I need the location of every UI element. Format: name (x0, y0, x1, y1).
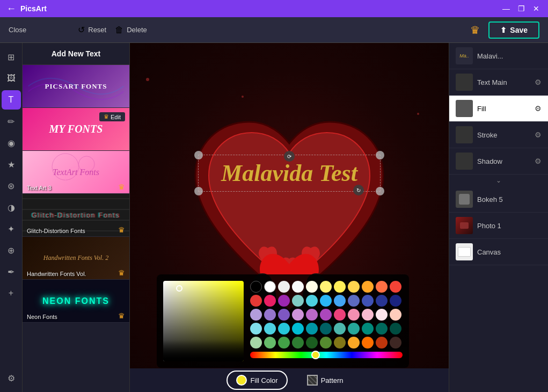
swatch-red2[interactable] (250, 295, 262, 307)
swatch-dolive[interactable] (334, 337, 346, 349)
swatch-peach[interactable] (390, 309, 401, 321)
canvas-area[interactable]: ⟳ ↻ Malavida Test (130, 43, 449, 392)
sidebar-item-eraser[interactable]: ◉ (2, 133, 21, 153)
crown-icon[interactable]: ♛ (470, 24, 480, 37)
minimize-button[interactable]: — (501, 4, 512, 13)
font-item-textart[interactable]: TextArt Fonts Text Art 3 ♛ (23, 151, 129, 194)
swatch-cyan4[interactable] (292, 323, 304, 335)
swatch-teal[interactable] (292, 295, 304, 307)
layer-expand-button[interactable]: ⌄ (449, 175, 548, 186)
layer-item-bokeh5[interactable]: Bokeh 5 (449, 186, 548, 213)
layer-item-shadow[interactable]: Shadow ⚙ (449, 148, 548, 175)
swatch-red[interactable] (390, 281, 401, 293)
swatch-lblue[interactable] (320, 295, 332, 307)
swatch-brown[interactable] (390, 337, 401, 349)
swatch-mteal[interactable] (348, 323, 360, 335)
swatch-purple[interactable] (278, 295, 290, 307)
swatch-white2[interactable] (292, 281, 304, 293)
edit-myfonts-button[interactable]: ♛ Edit (99, 112, 125, 121)
font-item-picsart[interactable]: PICSART FONTS (23, 65, 129, 108)
swatch-indigo2[interactable] (362, 295, 374, 307)
swatch-mpurple[interactable] (264, 309, 276, 321)
swatch-cream[interactable] (306, 281, 318, 293)
layer-item-stroke[interactable]: Stroke ⚙ (449, 122, 548, 148)
swatch-green[interactable] (362, 323, 374, 335)
fill-color-button[interactable]: Fill Color (226, 371, 287, 390)
layer-item-fill[interactable]: Fill ⚙ (449, 96, 548, 122)
layer-item-malavi[interactable]: Ma.. Malavi... (449, 43, 548, 69)
save-button[interactable]: ⬆ Save (488, 21, 539, 39)
rotate-handle[interactable]: ↻ (353, 185, 364, 195)
swatch-cyan2[interactable] (264, 323, 276, 335)
handle-br[interactable] (376, 187, 384, 195)
swatch-orange[interactable] (362, 281, 374, 293)
swatch-lgreen[interactable] (250, 337, 262, 349)
swatch-pink[interactable] (264, 295, 276, 307)
swatch-blush[interactable] (362, 309, 374, 321)
swatch-green2[interactable] (278, 337, 290, 349)
swatch-dblue2[interactable] (390, 295, 401, 307)
swatch-cyan3[interactable] (278, 323, 290, 335)
swatch-lgray[interactable] (278, 281, 290, 293)
hue-thumb[interactable] (311, 351, 320, 359)
swatch-dteal[interactable] (306, 323, 318, 335)
sidebar-item-sticker[interactable]: ★ (2, 155, 21, 174)
swatch-lyellow[interactable] (320, 281, 332, 293)
sidebar-item-magic[interactable]: ✦ (2, 219, 21, 238)
back-icon[interactable]: ← (6, 3, 16, 14)
sidebar-item-text[interactable]: T (2, 90, 21, 110)
swatch-cyan[interactable] (306, 295, 318, 307)
swatch-hotpink[interactable] (334, 309, 346, 321)
gear-fill-icon[interactable]: ⚙ (535, 104, 542, 113)
swatch-blue[interactable] (334, 295, 346, 307)
gear-stroke-icon[interactable]: ⚙ (535, 130, 542, 139)
pattern-button[interactable]: Pattern (298, 372, 352, 389)
sidebar-item-grid[interactable]: ⊞ (2, 47, 21, 67)
swatch-rosewhite[interactable] (376, 309, 388, 321)
font-item-neon[interactable]: NEON FONTS Neon Fonts ♛ (23, 280, 129, 323)
handle-tl[interactable] (194, 151, 203, 159)
font-item-glitch[interactable]: Glitch-Distortion Fonts Glitch-Distortio… (23, 194, 129, 237)
close-button[interactable]: Close (9, 26, 26, 34)
swatch-rustorange[interactable] (376, 337, 388, 349)
canvas-text[interactable]: Malavida Test (221, 160, 357, 186)
layer-item-text-main[interactable]: Text Main ⚙ (449, 69, 548, 96)
maximize-button[interactable]: ❐ (516, 4, 527, 13)
swatch-mgreen[interactable] (264, 337, 276, 349)
gear-text-main-icon[interactable]: ⚙ (535, 78, 542, 86)
swatch-deeporange[interactable] (376, 281, 388, 293)
sidebar-item-adjust[interactable]: ◑ (2, 198, 21, 217)
swatch-violet[interactable] (306, 309, 318, 321)
swatch-lpurple[interactable] (250, 309, 262, 321)
gradient-picker[interactable] (163, 281, 244, 361)
hue-slider[interactable] (250, 352, 403, 358)
swatch-dgreen[interactable] (376, 323, 388, 335)
swatch-lpink[interactable] (348, 309, 360, 321)
gear-shadow-icon[interactable]: ⚙ (535, 157, 542, 165)
sidebar-item-image[interactable]: 🖼 (2, 69, 21, 88)
sidebar-item-settings[interactable]: ⚙ (2, 368, 21, 388)
swatch-dgreen2[interactable] (292, 337, 304, 349)
text-selection-box[interactable]: ⟳ ↻ Malavida Test (198, 155, 381, 192)
swatch-violet2[interactable] (320, 309, 332, 321)
swatch-gold[interactable] (348, 337, 360, 349)
swatch-lteal[interactable] (250, 323, 262, 335)
font-item-handwritten[interactable]: Handwritten Fonts Vol. 2 Handwritten Fon… (23, 237, 129, 280)
sidebar-item-clone[interactable]: ⊕ (2, 241, 21, 260)
swatch-purple2[interactable] (278, 309, 290, 321)
swatch-amber[interactable] (348, 281, 360, 293)
reset-action[interactable]: ↺ Reset (78, 25, 106, 35)
handle-bl[interactable] (194, 187, 203, 195)
layer-item-photo1[interactable]: Photo 1 (449, 213, 548, 239)
gradient-cursor[interactable] (176, 285, 182, 292)
swatch-white[interactable] (264, 281, 276, 293)
layer-item-canvas[interactable]: Canvas (449, 239, 548, 265)
sidebar-item-brush[interactable]: ✏ (2, 112, 21, 131)
swatch-ddgreen[interactable] (390, 323, 401, 335)
swatch-olive[interactable] (320, 337, 332, 349)
swatch-amber2[interactable] (362, 337, 374, 349)
swatch-indigo[interactable] (348, 295, 360, 307)
sidebar-item-add[interactable]: + (2, 284, 21, 303)
handle-tr[interactable] (376, 151, 384, 159)
sidebar-item-pen[interactable]: ✒ (2, 262, 21, 281)
